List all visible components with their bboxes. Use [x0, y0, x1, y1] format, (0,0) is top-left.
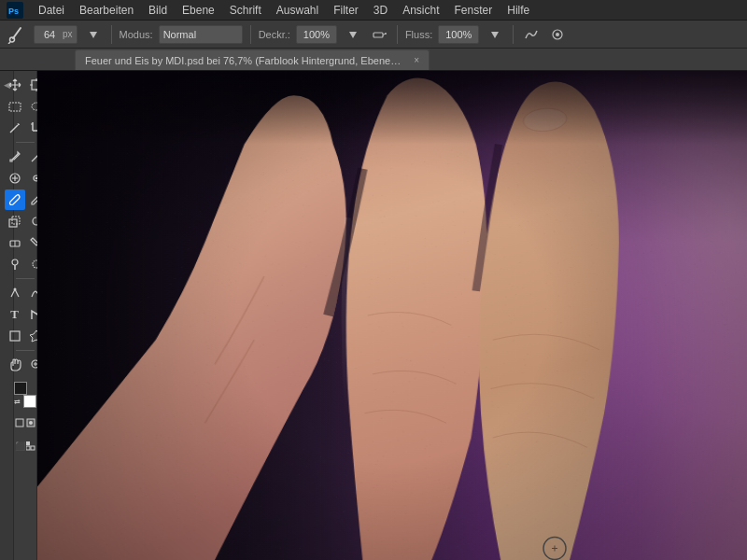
brush-tool-icon[interactable] [6, 23, 28, 46]
svg-rect-45 [10, 331, 20, 341]
toolbar: T ⇄ [14, 71, 37, 560]
extra-tool-btn[interactable] [26, 436, 36, 456]
edit-mode-btn[interactable] [15, 413, 25, 433]
svg-line-4 [8, 42, 10, 44]
main-layout: ◀ [0, 71, 747, 560]
tab-close-btn[interactable]: × [414, 55, 419, 65]
tool-text[interactable]: T [5, 304, 25, 325]
options-bar: 64 px Modus: Normal Multiplizieren Aufhe… [0, 21, 747, 49]
tool-heal[interactable] [5, 168, 25, 189]
app-logo: Ps [6, 1, 24, 20]
brush-size-input[interactable]: 64 [38, 29, 61, 40]
menu-schrift[interactable]: Schrift [223, 2, 268, 19]
extra-btn[interactable] [547, 24, 568, 45]
svg-text:Ps: Ps [8, 7, 19, 16]
menu-ebene[interactable]: Ebene [176, 2, 221, 19]
svg-rect-35 [9, 219, 17, 227]
svg-line-28 [34, 158, 35, 160]
menu-bild[interactable]: Bild [142, 2, 174, 19]
svg-rect-7 [374, 33, 383, 37]
svg-point-12 [556, 33, 559, 36]
svg-point-9 [385, 33, 387, 35]
color-swatches[interactable]: ⇄ [14, 382, 36, 408]
svg-marker-10 [491, 32, 499, 38]
menu-hilfe[interactable]: Hilfe [500, 2, 536, 19]
canvas-area[interactable] [37, 71, 747, 560]
tool-eyedropper[interactable] [5, 147, 25, 167]
tool-wand[interactable] [5, 118, 25, 138]
menu-fenster[interactable]: Fenster [448, 2, 500, 19]
tool-divider-3 [16, 350, 35, 351]
smoothing-btn[interactable] [521, 24, 542, 45]
fluss-arrow[interactable] [485, 24, 505, 45]
tool-divider-1 [16, 142, 35, 143]
menu-3d[interactable]: 3D [367, 2, 394, 19]
document-tab[interactable]: Feuer und Eis by MDI.psd bei 76,7% (Farb… [75, 49, 430, 70]
modus-select[interactable]: Normal Multiplizieren Aufhellen [159, 25, 243, 44]
svg-line-2 [13, 28, 21, 38]
tool-hand[interactable] [5, 355, 25, 375]
deckung-control[interactable]: 100% [296, 25, 337, 44]
tool-clone-stamp[interactable] [5, 211, 25, 231]
svg-rect-36 [12, 217, 20, 224]
quick-mask-btn[interactable] [26, 413, 36, 433]
background-color[interactable] [23, 395, 36, 408]
menu-datei[interactable]: Datei [32, 2, 71, 19]
deckung-arrow[interactable] [343, 24, 363, 45]
document-canvas[interactable] [37, 71, 747, 560]
tool-eraser[interactable] [5, 232, 25, 253]
tab-title: Feuer und Eis by MDI.psd bei 76,7% (Farb… [85, 55, 404, 66]
svg-point-53 [29, 421, 33, 425]
sep3 [397, 25, 398, 44]
tab-bar: Feuer und Eis by MDI.psd bei 76,7% (Farb… [0, 49, 747, 71]
sep1 [111, 25, 112, 44]
airbrush-btn[interactable] [369, 24, 389, 45]
brush-size-control[interactable]: 64 px [34, 25, 78, 44]
fluss-label: Fluss: [405, 29, 432, 40]
menu-filter[interactable]: Filter [327, 2, 365, 19]
fluss-input[interactable]: 100% [443, 29, 474, 40]
deckung-label: Deckr.: [259, 29, 290, 40]
swap-colors-icon[interactable]: ⇄ [14, 398, 21, 406]
svg-point-43 [13, 288, 16, 291]
extras-row: ⬛ [15, 436, 36, 456]
menu-bar: Ps Datei Bearbeiten Bild Ebene Schrift A… [0, 0, 747, 21]
sep4 [513, 25, 514, 44]
mode-switcher [15, 413, 36, 433]
svg-rect-55 [26, 446, 30, 450]
tool-divider-2 [16, 278, 35, 279]
svg-line-20 [10, 125, 18, 133]
svg-marker-6 [349, 32, 357, 38]
modus-label: Modus: [120, 29, 153, 40]
svg-marker-5 [90, 32, 97, 38]
tool-brush[interactable] [5, 189, 25, 210]
menu-ansicht[interactable]: Ansicht [396, 2, 445, 19]
svg-point-3 [10, 37, 15, 42]
fluss-control[interactable]: 100% [438, 25, 479, 44]
deckung-input[interactable]: 100% [301, 29, 332, 40]
svg-rect-18 [9, 103, 21, 111]
tool-shape[interactable] [5, 326, 25, 346]
tool-rect-marquee[interactable] [5, 96, 25, 117]
sep2 [250, 25, 251, 44]
tool-move[interactable] [5, 75, 25, 95]
brush-settings-btn[interactable] [83, 24, 104, 45]
svg-rect-54 [26, 441, 30, 445]
foreground-color[interactable] [14, 382, 27, 395]
menu-auswahl[interactable]: Auswahl [270, 2, 325, 19]
tool-pen[interactable] [5, 283, 25, 303]
svg-point-40 [12, 259, 18, 265]
tool-dodge[interactable] [5, 254, 25, 274]
brush-size-unit: px [63, 29, 73, 39]
menu-bearbeiten[interactable]: Bearbeiten [73, 2, 140, 19]
svg-rect-56 [31, 446, 35, 450]
screen-mode-btn[interactable]: ⬛ [15, 436, 25, 456]
svg-rect-51 [16, 419, 23, 427]
